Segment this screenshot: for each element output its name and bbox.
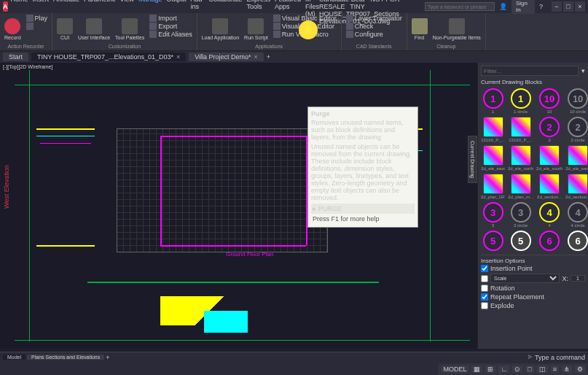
block-item[interactable]: 22 circle (565, 117, 588, 142)
block-item[interactable]: 6 (536, 231, 562, 252)
block-item[interactable]: 2d_ele_north (508, 145, 533, 171)
block-item[interactable]: 6 (565, 231, 588, 252)
help-icon[interactable]: ? (539, 3, 543, 10)
status-ortho-icon[interactable]: ∟ (498, 366, 509, 373)
run-script-button[interactable]: Run Script (243, 15, 270, 43)
vbe-icon (273, 15, 281, 22)
block-item[interactable]: 2d_section... (536, 174, 562, 199)
load-app-button[interactable]: Load Application (200, 15, 240, 43)
block-item[interactable]: 2d_plan_m... (508, 174, 533, 199)
status-model[interactable]: MODEL (441, 366, 469, 373)
block-item[interactable]: 5 (481, 231, 505, 252)
insertion-point-check[interactable] (481, 265, 488, 272)
block-item[interactable]: 11 (481, 88, 505, 114)
signin-icon[interactable]: 👤 (499, 3, 507, 10)
status-gear-icon[interactable]: ⚙ (575, 366, 585, 373)
floor-plan-label: Ground Floor Plan (226, 251, 273, 258)
explode-check[interactable] (481, 302, 488, 309)
scale-check[interactable] (481, 275, 488, 282)
status-polar-icon[interactable]: ⊙ (512, 366, 522, 373)
new-tab-button[interactable]: + (267, 53, 270, 61)
palettes-button[interactable]: Tool Palettes (114, 15, 146, 43)
drawing-canvas[interactable]: [-][Top][2D Wireframe] West Elevation Gr… (0, 63, 477, 349)
block-item[interactable]: 33 (481, 202, 505, 228)
layer-translator-button[interactable]: Layer Translator (345, 15, 404, 22)
tab-file-2[interactable]: Villa Project Demo*× (189, 53, 264, 61)
block-item[interactable]: 2d_ele_east (481, 145, 505, 171)
purge-highlight[interactable] (299, 20, 318, 39)
check-button[interactable]: Check (345, 23, 404, 30)
filter-dropdown-icon[interactable]: ▾ (581, 67, 585, 74)
block-label: 2d_section... (537, 195, 562, 199)
nonpurge-button[interactable]: Non-Purgeable Items (431, 15, 482, 43)
block-thumb: 6 (539, 231, 560, 251)
block-thumb: 5 (511, 231, 531, 251)
block-item[interactable]: 44 circle (565, 202, 588, 228)
block-item[interactable]: 44 (536, 202, 562, 228)
status-osnap-icon[interactable]: □ (525, 366, 533, 373)
status-anno-icon[interactable]: ⋔ (562, 366, 572, 373)
find-button[interactable]: Find (410, 15, 429, 43)
play-button[interactable]: Play (25, 15, 50, 22)
status-snap-icon[interactable]: ⊞ (485, 366, 495, 373)
close-icon[interactable]: × (254, 53, 258, 61)
close-icon[interactable]: × (176, 53, 180, 61)
block-item[interactable]: 15160_P_... (481, 117, 505, 142)
status-lweight-icon[interactable]: ≡ (551, 366, 559, 373)
block-item[interactable]: 2d_section... (565, 174, 588, 199)
status-3dsnap-icon[interactable]: ◫ (537, 366, 548, 373)
layout-sheets[interactable]: Plans Sections and Elevations (27, 355, 104, 360)
rotation-check[interactable] (481, 285, 488, 292)
palette-vtab-current[interactable]: Current Drawing (468, 136, 477, 183)
block-label: 2d_ele_north (508, 166, 533, 171)
aliases-button[interactable]: Edit Aliases (148, 31, 194, 38)
block-item[interactable]: 2d_ele_south (536, 145, 562, 171)
minimize-button[interactable]: − (552, 1, 562, 12)
ui-icon (86, 18, 102, 34)
signin-button[interactable]: Sign In (511, 0, 535, 14)
block-item[interactable]: 1010 circle (565, 88, 588, 114)
scale-select[interactable]: Scale (490, 274, 560, 283)
block-item[interactable]: 15160_P_... (508, 117, 533, 142)
ar-dropdown[interactable] (25, 23, 50, 30)
aliases-icon (149, 31, 157, 38)
block-item[interactable]: 1010 (536, 88, 562, 114)
tab-file-1[interactable]: TINY HOUSE_TRP007_...Elevations_01_D03*× (31, 53, 186, 61)
maximize-button[interactable]: □ (563, 1, 573, 12)
group-applications: Applications (200, 44, 338, 49)
add-layout-button[interactable]: + (106, 354, 109, 361)
block-item[interactable]: 2d_ele_west (565, 145, 588, 171)
import-icon (149, 15, 157, 22)
export-button[interactable]: Export (148, 23, 194, 30)
block-item[interactable]: 5 (508, 231, 533, 252)
nonpurge-icon (449, 18, 465, 34)
repeat-check[interactable] (481, 293, 488, 301)
dropdown-icon (26, 23, 34, 30)
layout-model[interactable]: Model (3, 355, 26, 360)
block-item[interactable]: 33 circle (508, 202, 533, 228)
cui-button[interactable]: CUI (55, 15, 74, 43)
record-icon (4, 18, 20, 34)
status-grid-icon[interactable]: ▦ (471, 366, 482, 373)
cmd-prefix: ⫸ (528, 354, 533, 360)
tab-start[interactable]: Start (3, 53, 28, 61)
import-button[interactable]: Import (148, 15, 194, 22)
block-item[interactable]: 11 circle (508, 88, 533, 114)
block-label: 10 (547, 109, 552, 114)
app-logo[interactable]: A (3, 1, 8, 12)
configure-button[interactable]: Configure (345, 31, 404, 38)
record-button[interactable]: Record (3, 15, 23, 43)
close-button[interactable]: × (575, 1, 585, 12)
block-thumb (568, 145, 588, 166)
search-input[interactable] (425, 2, 495, 11)
cui-icon (57, 18, 73, 34)
block-item[interactable]: 2d_plan_GF (481, 174, 505, 199)
block-label: 3 circle (514, 223, 528, 228)
palette-filter-input[interactable] (481, 66, 579, 76)
block-item[interactable]: 22 (536, 117, 562, 142)
viewport-label[interactable]: [-][Top][2D Wireframe] (3, 64, 52, 69)
ui-button[interactable]: User Interface (77, 15, 111, 43)
group-customization: Customization (55, 44, 194, 49)
block-label: 4 circle (571, 223, 585, 228)
command-input[interactable]: Type a command (535, 354, 585, 361)
